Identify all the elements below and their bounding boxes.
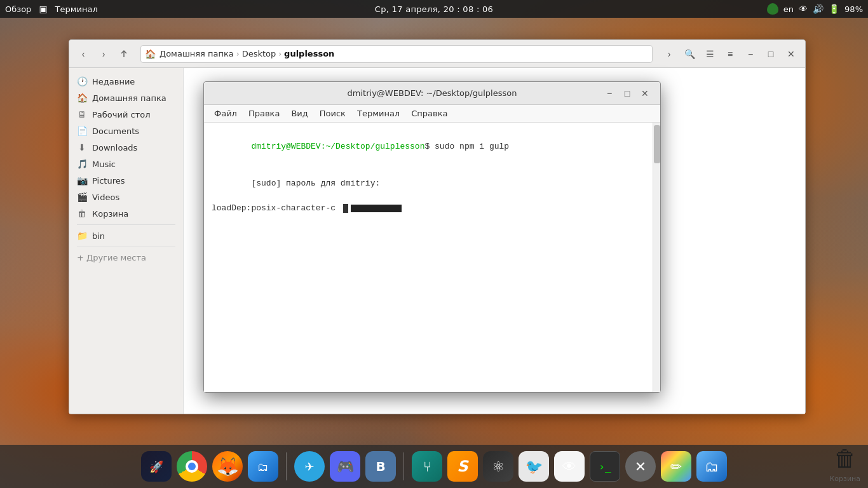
dock-app-whitebird[interactable]: 🐦 xyxy=(519,451,549,482)
overview-label[interactable]: Обзор xyxy=(5,4,31,14)
sidebar-item-recent[interactable]: 🕐 Недавние xyxy=(69,73,183,90)
music-icon: 🎵 xyxy=(77,159,87,169)
top-panel-right: en 👁 🔊 🔋 98% xyxy=(767,3,863,15)
dock-app-firefox[interactable]: 🦊 xyxy=(212,451,243,482)
sidebar-item-home[interactable]: 🏠 Домашняя папка xyxy=(69,90,183,106)
datetime-text: Ср, 17 апреля, 20 : 08 : 06 xyxy=(375,4,493,14)
volume-icon: 🔊 xyxy=(813,4,824,14)
dock-app-finder[interactable]: 🗂 xyxy=(248,451,278,482)
sidebar-item-documents[interactable]: 📄 Documents xyxy=(69,123,183,139)
terminal-menubar: Файл Правка Вид Поиск Терминал Справка xyxy=(204,105,660,123)
search-button[interactable]: 🔍 xyxy=(681,45,698,63)
rocket-icon: 🚀 xyxy=(149,460,163,473)
terminal-scrollbar-thumb[interactable] xyxy=(654,125,660,163)
terminal-titlebar: dmitriy@WEBDEV: ~/Desktop/gulplesson − □… xyxy=(204,82,660,105)
progress-bar xyxy=(351,205,402,212)
dock-app-vk[interactable]: В xyxy=(365,451,396,482)
terminal-dock-icon: ›_ xyxy=(599,461,611,473)
whitebird-icon: 🐦 xyxy=(526,459,543,475)
terminal-line-1: dmitriy@WEBDEV:~/Desktop/gulplesson$ sud… xyxy=(212,128,653,165)
dock-app-rocket[interactable]: 🚀 xyxy=(141,451,172,482)
terminal-minimize-button[interactable]: − xyxy=(602,86,617,100)
add-places-label: + Другие места xyxy=(77,253,146,262)
lang-label[interactable]: en xyxy=(783,4,794,14)
top-panel-left: Обзор ▣ Терминал xyxy=(5,4,98,14)
menu-search[interactable]: Поиск xyxy=(315,107,351,119)
breadcrumb-home[interactable]: Домашняя папка xyxy=(157,49,236,58)
top-panel: Обзор ▣ Терминал Ср, 17 апреля, 20 : 08 … xyxy=(0,0,868,18)
breadcrumb: 🏠 Домашняя папка › Desktop › gulplesson xyxy=(140,45,653,63)
dock-app-sublime[interactable]: S xyxy=(447,451,478,482)
dock-app-telegram[interactable]: ✈ xyxy=(294,451,325,482)
sidebar-item-music[interactable]: 🎵 Music xyxy=(69,156,183,172)
terminal-close-button[interactable]: ✕ xyxy=(637,86,653,100)
dock-app-discord[interactable]: 🎮 xyxy=(330,451,360,482)
terminal-scrollbar[interactable] xyxy=(653,123,660,392)
breadcrumb-desktop[interactable]: Desktop xyxy=(240,49,279,58)
dock-app-finder2[interactable]: 🗂 xyxy=(696,451,727,482)
sidebar-item-downloads[interactable]: ⬇ Downloads xyxy=(69,139,183,156)
vk-icon: В xyxy=(376,459,385,474)
battery-icon: 🔋 xyxy=(829,4,839,14)
view-list-button[interactable]: ☰ xyxy=(701,45,719,63)
sidebar-label-bin: bin xyxy=(92,231,105,241)
terminal-progress-line: loadDep:posix-character-c xyxy=(212,202,653,215)
fm-toolbar: ‹ › 🏠 Домашняя папка › Desktop › gulples… xyxy=(69,40,805,68)
telegram-icon: ✈ xyxy=(304,460,314,473)
up-icon xyxy=(119,50,128,58)
forward-button[interactable]: › xyxy=(95,45,112,63)
sidebar-item-videos[interactable]: 🎬 Videos xyxy=(69,189,183,205)
terminal-maximize-button[interactable]: □ xyxy=(620,86,635,100)
sidebar-label-home: Домашняя папка xyxy=(92,93,166,103)
sidebar-label-pictures: Pictures xyxy=(92,176,125,186)
maximize-fm-button[interactable]: □ xyxy=(762,45,780,63)
dock-app-chrome[interactable] xyxy=(177,451,207,482)
sidebar-label-music: Music xyxy=(92,159,116,169)
sidebar-label-trash: Корзина xyxy=(92,209,128,219)
dock-app-colorpicker[interactable]: ✏ xyxy=(661,451,691,482)
eye-icon: 👁 xyxy=(799,4,808,14)
menu-view[interactable]: Вид xyxy=(286,107,313,119)
sidebar-item-trash[interactable]: 🗑 Корзина xyxy=(69,205,183,222)
desktop-icon: 🖥 xyxy=(77,109,87,119)
up-button[interactable] xyxy=(115,45,133,63)
prompt-user: dmitriy@WEBDEV xyxy=(251,142,320,151)
sidebar-label-downloads: Downloads xyxy=(92,143,137,152)
terminal-icon-top: ▣ xyxy=(39,4,47,14)
back-button[interactable]: ‹ xyxy=(74,45,92,63)
sidebar-item-bin[interactable]: 📁 bin xyxy=(69,227,183,244)
sidebar-item-pictures[interactable]: 📷 Pictures xyxy=(69,172,183,189)
dock-app-atom[interactable]: ⚛ xyxy=(483,451,513,482)
dock-app-gitkraken[interactable]: ⑂ xyxy=(412,451,442,482)
minimize-fm-button[interactable]: − xyxy=(742,45,759,63)
dock-app-terminal[interactable]: ›_ xyxy=(590,451,620,482)
dock-app-eyes[interactable]: 👁 xyxy=(554,451,585,482)
sidebar-item-desktop[interactable]: 🖥 Рабочий стол xyxy=(69,106,183,123)
terminal-line-2: [sudo] пароль для dmitriy: xyxy=(212,165,653,203)
terminal-body[interactable]: dmitriy@WEBDEV:~/Desktop/gulplesson$ sud… xyxy=(204,123,660,392)
videos-icon: 🎬 xyxy=(77,192,87,202)
documents-icon: 📄 xyxy=(77,126,87,136)
terminal-cmd: $ sudo npm i gulp xyxy=(424,142,509,151)
gitkraken-icon: ⑂ xyxy=(423,459,431,475)
breadcrumb-current[interactable]: gulplesson xyxy=(281,49,337,58)
menu-terminal[interactable]: Терминал xyxy=(352,107,405,119)
sidebar-add-places[interactable]: + Другие места xyxy=(69,250,183,266)
datetime-display: Ср, 17 апреля, 20 : 08 : 06 xyxy=(375,4,493,14)
menu-file[interactable]: Файл xyxy=(209,107,242,119)
taskbar-dock: 🚀 🦊 🗂 ✈ 🎮 В ⑂ xyxy=(0,445,868,488)
terminal-line-4 xyxy=(212,215,653,227)
sidebar-separator-2 xyxy=(77,247,175,247)
terminal-controls: − □ ✕ xyxy=(602,86,653,100)
menu-edit[interactable]: Правка xyxy=(243,107,285,119)
home-icon: 🏠 xyxy=(145,49,156,59)
forward-nav-button[interactable]: › xyxy=(660,45,678,63)
downloads-icon: ⬇ xyxy=(77,142,87,152)
menu-button[interactable]: ≡ xyxy=(721,45,739,63)
menu-help[interactable]: Справка xyxy=(406,107,452,119)
sidebar-separator xyxy=(77,224,175,225)
fm-toolbar-right: 🔍 ☰ ≡ − □ ✕ xyxy=(681,45,800,63)
terminal-progress-text: loadDep:posix-character-c xyxy=(212,202,341,215)
close-fm-button[interactable]: ✕ xyxy=(782,45,800,63)
dock-app-settings[interactable]: ✕ xyxy=(625,451,656,482)
